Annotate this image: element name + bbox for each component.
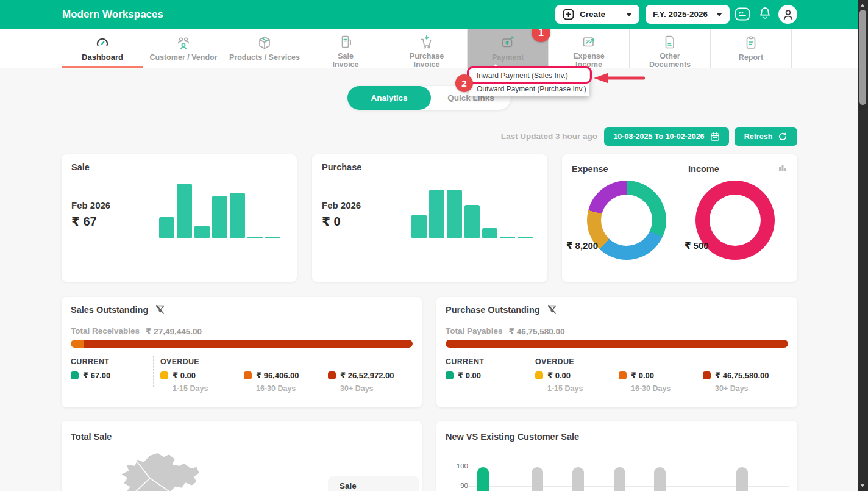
overdue-legend-item: ₹ 0.00 xyxy=(535,371,571,380)
nav-filler xyxy=(792,29,858,68)
sale-bar-chart xyxy=(159,184,282,238)
filter-button[interactable] xyxy=(155,304,165,315)
map-legend-sale-label: Sale xyxy=(340,481,357,490)
total-receivables: Total Receivables₹ 27,49,445.00 xyxy=(71,326,202,336)
plus-icon xyxy=(563,9,574,20)
sale-period: Feb 2026 xyxy=(71,200,110,210)
sales-outstanding-card: Sales Outstanding Total Receivables₹ 27,… xyxy=(62,297,422,407)
overdue-16-30-dot xyxy=(244,371,252,379)
profile-avatar[interactable] xyxy=(778,5,797,24)
chevron-down-icon xyxy=(626,13,632,16)
map-legend-panel: Sale xyxy=(328,476,419,491)
current-header: CURRENT xyxy=(446,357,484,366)
expense-amount: ₹ 8,200 xyxy=(566,240,598,251)
current-header: CURRENT xyxy=(71,357,109,366)
payables-split-bar xyxy=(446,340,788,348)
purchase-bar-chart xyxy=(411,184,535,238)
rupee-icon: ₹ xyxy=(500,34,516,51)
tab-customer-vendor[interactable]: Customer / Vendor xyxy=(143,29,224,68)
ytick-100: 100 xyxy=(449,462,468,470)
tab-label: Payment xyxy=(492,53,524,62)
purchase-outstanding-title: Purchase Outstanding xyxy=(446,305,540,315)
fiscal-year-label: F.Y. 2025-2026 xyxy=(653,10,708,19)
filter-button[interactable] xyxy=(547,304,557,315)
cart-icon xyxy=(418,34,435,50)
document-icon xyxy=(662,34,678,50)
app-title: Modern Workspaces xyxy=(62,0,163,29)
fiscal-year-dropdown[interactable]: F.Y. 2025-2026 xyxy=(646,5,730,24)
tab-dashboard[interactable]: Dashboard xyxy=(62,29,143,68)
overdue-header: OVERDUE xyxy=(535,357,574,366)
tab-label: Customer / Vendor xyxy=(149,53,217,62)
notifications-button[interactable] xyxy=(758,5,772,23)
app-header: Modern Workspaces Create F.Y. 2025-2026 xyxy=(0,0,868,29)
expense-income-card: Expense Income ₹ 8,200 ₹ 500 xyxy=(562,154,797,282)
overdue-header: OVERDUE xyxy=(160,357,199,366)
days-label: 1-15 Days xyxy=(173,384,208,393)
tab-sale-invoice[interactable]: SaleInvoice xyxy=(305,29,386,68)
clipboard-icon xyxy=(743,34,759,51)
sales-outstanding-title: Sales Outstanding xyxy=(71,305,148,315)
tab-label: PurchaseInvoice xyxy=(410,52,444,70)
refresh-button[interactable]: Refresh xyxy=(735,127,797,146)
tab-report[interactable]: Report xyxy=(711,29,792,68)
analytics-toggle-button[interactable]: Analytics xyxy=(347,86,431,110)
income-amount: ₹ 500 xyxy=(685,240,709,251)
card-icon xyxy=(734,6,751,22)
current-legend-item: ₹ 0.00 xyxy=(446,371,481,380)
scrollbar[interactable] xyxy=(858,0,868,491)
annotation-step-2-badge: 2 xyxy=(455,74,473,92)
menu-item-outward-payment[interactable]: Outward Payment (Purchase Inv.) xyxy=(469,82,589,96)
trend-icon xyxy=(581,34,597,50)
tab-purchase-invoice[interactable]: PurchaseInvoice xyxy=(386,29,468,68)
tab-label: SaleInvoice xyxy=(332,52,358,70)
calendar-icon xyxy=(710,132,720,142)
user-icon xyxy=(781,7,795,22)
overdue-1-15-dot xyxy=(535,371,543,379)
create-button-label: Create xyxy=(580,10,605,19)
days-label: 16-30 Days xyxy=(256,384,296,393)
last-updated-text: Last Updated 3 hour ago xyxy=(427,132,597,141)
subscription-card-button[interactable] xyxy=(734,6,751,22)
india-map xyxy=(99,451,203,491)
overdue-legend-item: ₹ 96,406.00 xyxy=(244,371,299,380)
scroll-up-icon[interactable] xyxy=(860,4,865,7)
nve-bar xyxy=(477,467,489,491)
purchase-card-title: Purchase xyxy=(322,162,361,172)
sale-card: Sale Feb 2026 ₹ 67 xyxy=(62,154,297,282)
nve-bar xyxy=(532,467,543,491)
scrollbar-thumb[interactable] xyxy=(859,10,866,105)
menu-item-inward-payment[interactable]: Inward Payment (Sales Inv.) xyxy=(469,69,589,82)
date-range-label: 10-08-2025 To 10-02-2026 xyxy=(613,132,704,141)
date-range-button[interactable]: 10-08-2025 To 10-02-2026 xyxy=(604,127,729,146)
sale-amount: ₹ 67 xyxy=(71,214,97,229)
ytick-90: 90 xyxy=(451,482,468,489)
days-label: 16-30 Days xyxy=(631,384,671,393)
current-legend-item: ₹ 67.00 xyxy=(71,371,110,380)
income-title: Income xyxy=(688,164,719,174)
filter-off-icon xyxy=(155,304,165,315)
purchase-card: Purchase Feb 2026 ₹ 0 xyxy=(312,154,547,282)
nve-bar xyxy=(654,467,666,491)
tab-expense-income[interactable]: ExpenseIncome xyxy=(549,29,630,68)
divider xyxy=(528,356,528,387)
scroll-down-icon[interactable] xyxy=(860,484,865,487)
tab-label: OtherDocuments xyxy=(649,52,691,70)
bar-chart-icon xyxy=(778,163,788,173)
chevron-down-icon xyxy=(716,13,722,16)
expense-donut-chart xyxy=(587,181,666,260)
svg-text:₹: ₹ xyxy=(505,40,509,46)
nav-spacer xyxy=(0,29,62,68)
donut-hole xyxy=(710,195,761,246)
create-button[interactable]: Create xyxy=(555,5,639,24)
receivables-split-bar xyxy=(71,340,413,348)
new-vs-existing-title: New VS Existing Customer Sale xyxy=(446,432,579,442)
tab-other-documents[interactable]: OtherDocuments xyxy=(630,29,711,68)
overdue-30plus-dot xyxy=(328,371,336,379)
total-sale-card: Total Sale Sale xyxy=(62,421,422,491)
people-icon xyxy=(176,34,191,51)
donut-hole xyxy=(601,195,652,246)
tab-products-services[interactable]: Products / Services xyxy=(224,29,305,68)
refresh-label: Refresh xyxy=(744,132,773,141)
chart-type-toggle-button[interactable] xyxy=(778,163,788,173)
